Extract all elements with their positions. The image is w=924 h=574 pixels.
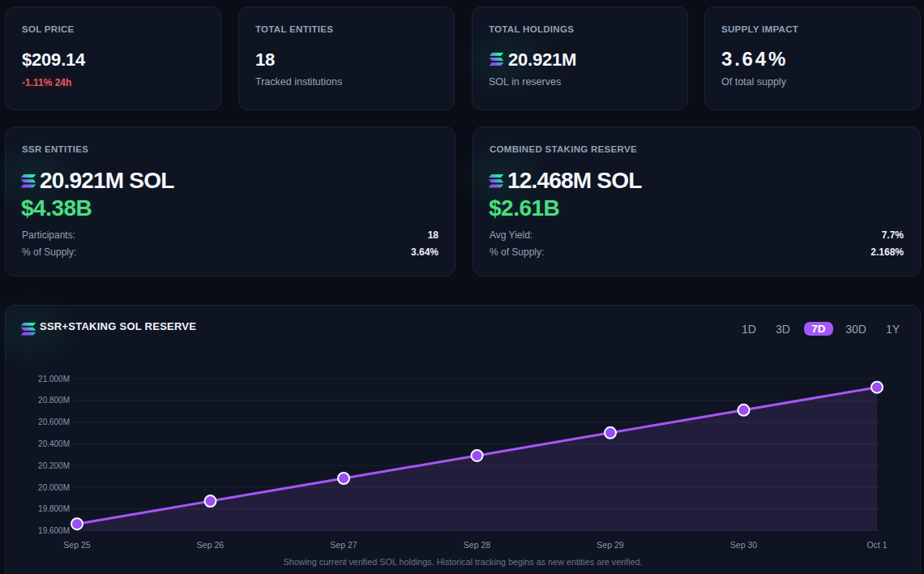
svg-text:Sep 26: Sep 26	[197, 540, 224, 550]
svg-text:20.000M: 20.000M	[38, 483, 70, 492]
svg-text:Sep 27: Sep 27	[330, 540, 357, 550]
svg-text:20.600M: 20.600M	[38, 418, 70, 426]
svg-text:Oct 1: Oct 1	[866, 540, 887, 550]
svg-text:20.800M: 20.800M	[38, 396, 70, 405]
svg-text:19.800M: 19.800M	[38, 504, 70, 513]
svg-text:20.200M: 20.200M	[38, 461, 70, 470]
svg-text:21.000M: 21.000M	[38, 375, 70, 383]
svg-text:20.400M: 20.400M	[38, 439, 70, 448]
svg-text:19.600M: 19.600M	[38, 526, 70, 535]
svg-text:Sep 30: Sep 30	[730, 540, 757, 550]
svg-text:Sep 29: Sep 29	[597, 540, 623, 550]
svg-text:Sep 25: Sep 25	[63, 540, 90, 550]
svg-text:Showing current verified SOL h: Showing current verified SOL holdings. H…	[283, 557, 642, 567]
svg-text:Sep 28: Sep 28	[464, 540, 490, 550]
